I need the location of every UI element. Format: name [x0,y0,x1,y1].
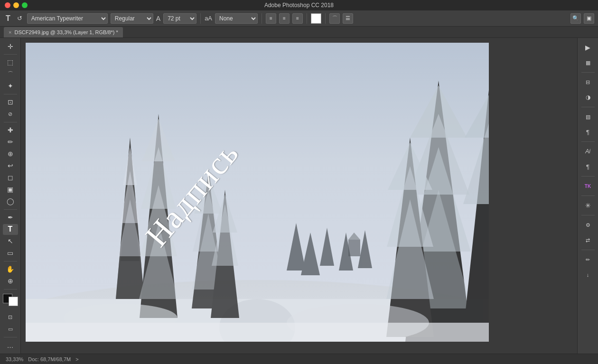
canvas-image[interactable]: Надпись [26,43,489,342]
top-right-area: 🔍 ▣ [570,13,594,24]
bottom-panel-btn[interactable]: ↓ [580,268,596,281]
align-center-btn[interactable]: ≡ [279,13,290,24]
document-tab[interactable]: × DSCF2949.jpg @ 33,3% (Layer 1, RGB/8*)… [4,27,123,37]
search-btn[interactable]: 🔍 [570,13,581,24]
tool-sep-7 [4,337,17,337]
snow-scene-svg [26,43,489,342]
window-controls [5,2,28,8]
app-title: Adobe Photoshop CC 2018 [264,2,334,9]
right-panel: ▶ ▦ ⊟ ◑ ▧ ¶ Ai ¶ TK ✳ ⚙ ⇄ ✏ ↓ [577,38,598,354]
play-btn[interactable]: ▶ [580,41,596,54]
font-size-icon: A [156,15,160,22]
brush-panel-btn[interactable]: ✏ [580,253,596,266]
char-panel-btn[interactable]: ¶ [580,160,596,173]
svg-rect-39 [348,240,360,256]
tk-panel-btn[interactable]: TK [580,179,596,193]
histogram-btn[interactable]: ▦ [580,56,596,69]
divider-2 [262,13,262,24]
clone-stamp-tool[interactable]: ⊕ [3,149,18,159]
eyedropper-tool[interactable]: ⊘ [3,109,18,120]
pen-tool[interactable]: ✒ [3,212,18,223]
align-left-btn[interactable]: ≡ [266,13,276,24]
tool-sep-4 [4,209,17,210]
divider-1 [200,13,201,24]
tool-sep-1 [4,54,17,55]
background-color[interactable] [9,297,18,306]
healing-brush-tool[interactable]: ✚ [3,125,18,136]
canvas-wrapper: Надпись [26,43,489,342]
zoom-level: 33,33% [6,356,23,362]
more-tools-btn[interactable]: … [3,340,18,351]
maximize-button[interactable] [22,2,28,8]
panel-toggle-btn[interactable]: ▣ [584,13,594,24]
shape-tool[interactable]: ▭ [3,248,18,259]
font-style-select[interactable]: Regular [111,13,153,24]
align-right-btn[interactable]: ≡ [292,13,303,24]
quick-mask-btn[interactable]: ⊡ [3,312,18,323]
tool-sep-3 [4,122,17,122]
main-layout: ✛ ⬚ ⌒ ✦ ⊡ ⊘ ✚ ✏ ⊕ ↩ ◻ ▣ ◯ ✒ T ↖ ▭ ✋ ⊕ ⊡ … [0,38,598,354]
rpanel-sep-7 [581,250,595,250]
tab-filename: DSCF2949.jpg @ 33,3% (Layer 1, RGB/8*) * [14,29,118,35]
rpanel-sep-1 [581,72,595,73]
rpanel-sep-6 [581,215,595,215]
left-toolbar: ✛ ⬚ ⌒ ✦ ⊡ ⊘ ✚ ✏ ⊕ ↩ ◻ ▣ ◯ ✒ T ↖ ▭ ✋ ⊕ ⊡ … [0,38,21,354]
divider-3 [307,13,307,24]
title-bar: Adobe Photoshop CC 2018 [0,0,598,10]
doc-size: Doc: 68,7M/68,7M [28,356,71,362]
crop-tool[interactable]: ⊡ [3,97,18,108]
rpanel-sep-4 [581,176,595,177]
marquee-tool[interactable]: ⬚ [3,57,18,68]
paragraph-panel-btn[interactable]: ¶ [580,125,596,139]
tool-sep-6 [4,289,17,289]
font-family-select[interactable]: American Typewriter [27,13,108,24]
tab-bar: × DSCF2949.jpg @ 33,3% (Layer 1, RGB/8*)… [0,27,598,38]
path-selection-tool[interactable]: ↖ [3,236,18,247]
svg-rect-43 [26,323,489,342]
color-panel-btn[interactable]: ◑ [580,91,596,104]
info-panel-btn[interactable]: ⊟ [580,75,596,89]
ai-panel-btn[interactable]: Ai [580,145,596,158]
gradient-tool[interactable]: ▣ [3,184,18,195]
move-tool[interactable]: ✛ [3,41,18,52]
aa-label: aA [205,15,212,22]
status-bar: 33,33% Doc: 68,7M/68,7M > [0,354,598,364]
type-tool-icon[interactable]: T [4,13,12,24]
rotate-text-btn[interactable]: ↺ [15,14,24,23]
brush-tool[interactable]: ✏ [3,137,18,148]
divider-4 [325,13,326,24]
dodge-tool[interactable]: ◯ [3,196,18,207]
type-tool[interactable]: T [3,224,18,235]
zoom-tool[interactable]: ⊕ [3,276,18,287]
sunburst-btn[interactable]: ✳ [580,199,596,212]
text-color-swatch[interactable] [311,13,321,24]
character-panel-btn[interactable]: ☰ [343,13,353,24]
tool-sep-5 [4,261,17,261]
color-area [3,294,18,306]
antialiasing-select[interactable]: None [215,13,258,24]
layers-panel-btn[interactable]: ▧ [580,110,596,123]
minimize-button[interactable] [13,2,19,8]
canvas-area: Надпись [21,38,577,354]
eraser-tool[interactable]: ◻ [3,172,18,183]
quick-select-tool[interactable]: ✦ [3,81,18,92]
options-bar: T ↺ American Typewriter Regular A 72 pt … [0,10,598,27]
warp-text-btn[interactable]: ⌒ [329,13,340,24]
tool-sep-2 [4,94,17,94]
arrows-panel-btn[interactable]: ⇄ [580,233,596,247]
status-arrow[interactable]: > [75,356,78,362]
hand-tool[interactable]: ✋ [3,264,18,275]
screen-mode-btn[interactable]: ▭ [3,324,18,335]
rpanel-sep-2 [581,107,595,107]
rpanel-sep-5 [581,196,595,196]
close-button[interactable] [5,2,10,8]
lasso-tool[interactable]: ⌒ [3,69,18,80]
history-brush-tool[interactable]: ↩ [3,160,18,171]
font-size-select[interactable]: 72 pt [163,13,196,24]
tab-close-icon[interactable]: × [9,29,11,35]
settings-panel-btn[interactable]: ⚙ [580,218,596,232]
rpanel-sep-3 [581,141,595,142]
